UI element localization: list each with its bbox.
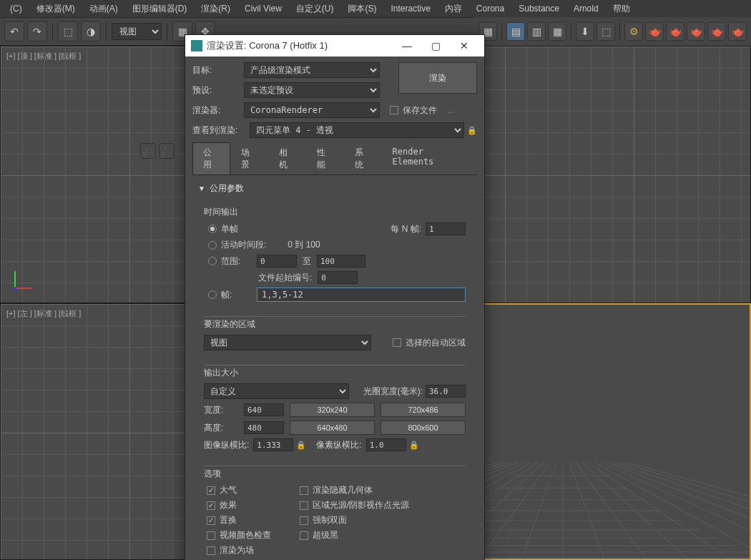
tool-icon[interactable]: ⬚ bbox=[597, 22, 615, 41]
maximize-button[interactable]: ▢ bbox=[421, 35, 450, 57]
option-checkbox[interactable] bbox=[207, 516, 215, 525]
menu-item[interactable]: 渲染(R) bbox=[194, 3, 237, 15]
lock-icon[interactable]: 🔒 bbox=[409, 440, 419, 450]
menu-item[interactable]: 内容 bbox=[438, 3, 469, 15]
save-file-checkbox[interactable] bbox=[390, 106, 398, 114]
camera-icon[interactable]: 🎥 bbox=[140, 143, 156, 159]
gear-icon[interactable]: ⚙ bbox=[624, 22, 643, 41]
axis-gizmo-icon bbox=[9, 265, 38, 294]
target-select[interactable]: 产品级渲染模式 bbox=[244, 62, 380, 78]
tool-icon[interactable]: ⬇ bbox=[576, 22, 594, 41]
range-from-input[interactable] bbox=[257, 255, 297, 267]
side-mini-toolbar: 🎥 🎥 bbox=[140, 143, 175, 159]
tab-scene[interactable]: 场景 bbox=[230, 142, 268, 175]
tab-common[interactable]: 公用 bbox=[192, 142, 230, 175]
lock-icon[interactable]: 🔒 bbox=[296, 440, 306, 450]
camera-icon[interactable]: 🎥 bbox=[159, 143, 175, 159]
menu-item[interactable]: 帮助 bbox=[606, 3, 637, 15]
tab-render-elements[interactable]: Render Elements bbox=[382, 142, 477, 175]
option-checkbox[interactable] bbox=[207, 546, 215, 555]
tool-icon[interactable]: ▦ bbox=[548, 22, 566, 41]
save-file-label: 保存文件 bbox=[403, 104, 437, 117]
menu-item[interactable]: Arnold bbox=[566, 4, 606, 14]
option-label: 强制双面 bbox=[313, 514, 347, 526]
option-label: 区域光源/阴影视作点光源 bbox=[313, 499, 409, 511]
undo-button[interactable]: ↶ bbox=[4, 21, 24, 41]
minimize-button[interactable]: — bbox=[393, 35, 421, 57]
area-select[interactable]: 视图 bbox=[204, 335, 371, 350]
view-to-render-select[interactable]: 四元菜单 4 - 透视 bbox=[250, 122, 464, 138]
output-custom-select[interactable]: 自定义 bbox=[204, 383, 349, 399]
option-checkbox[interactable] bbox=[300, 501, 308, 510]
height-input[interactable] bbox=[244, 421, 284, 434]
width-input[interactable] bbox=[244, 403, 284, 416]
tool-icon[interactable]: ▥ bbox=[527, 22, 546, 41]
renderer-select[interactable]: CoronaRenderer bbox=[244, 102, 380, 118]
preset-button[interactable]: 320x240 bbox=[290, 403, 375, 417]
radio-single-frame[interactable] bbox=[208, 225, 217, 233]
target-label: 目标: bbox=[192, 64, 244, 77]
radio-frames[interactable] bbox=[208, 290, 217, 299]
menu-item[interactable]: 自定义(U) bbox=[289, 3, 341, 15]
menu-item[interactable]: 修改器(M) bbox=[29, 3, 82, 15]
image-aspect-input[interactable] bbox=[253, 438, 293, 451]
menu-item[interactable]: (C) bbox=[3, 4, 29, 14]
render-button[interactable]: 渲染 bbox=[398, 62, 477, 94]
dialog-titlebar[interactable]: 渲染设置: Corona 7 (Hotfix 1) — ▢ ✕ bbox=[185, 35, 484, 57]
height-label: 高度: bbox=[204, 422, 238, 434]
teapot-icon[interactable]: 🫖 bbox=[645, 22, 664, 41]
option-checkbox[interactable] bbox=[207, 486, 215, 495]
aperture-input[interactable] bbox=[426, 385, 466, 398]
preset-button[interactable]: 800x600 bbox=[381, 421, 466, 435]
pixel-aspect-input[interactable] bbox=[366, 438, 406, 451]
preset-button[interactable]: 640x480 bbox=[290, 421, 375, 435]
every-n-label: 每 N 帧: bbox=[391, 223, 421, 235]
tool-icon[interactable]: ▤ bbox=[506, 22, 525, 41]
tab-perf[interactable]: 性能 bbox=[306, 142, 344, 175]
menu-item[interactable]: 图形编辑器(D) bbox=[125, 3, 195, 15]
teapot-icon[interactable]: 🫖 bbox=[707, 22, 726, 41]
menu-item[interactable]: 脚本(S) bbox=[340, 3, 383, 15]
image-aspect-label: 图像纵横比: bbox=[204, 439, 249, 451]
teapot-icon[interactable]: 🫖 bbox=[728, 22, 747, 41]
option-checkbox[interactable] bbox=[207, 501, 215, 510]
view-to-render-label: 查看到渲染: bbox=[192, 124, 250, 137]
auto-area-checkbox[interactable] bbox=[393, 338, 401, 347]
option-checkbox[interactable] bbox=[300, 486, 308, 495]
menu-item[interactable]: Interactive bbox=[383, 4, 437, 14]
every-n-input[interactable] bbox=[426, 222, 466, 235]
preset-select[interactable]: 未选定预设 bbox=[244, 82, 380, 98]
redo-button[interactable]: ↷ bbox=[27, 21, 47, 41]
file-start-input[interactable] bbox=[318, 271, 358, 284]
lock-icon[interactable]: 🔒 bbox=[467, 125, 477, 135]
active-range-text: 0 到 100 bbox=[288, 239, 320, 251]
tab-system[interactable]: 系统 bbox=[344, 142, 382, 175]
app-icon bbox=[191, 40, 202, 51]
menu-item[interactable]: Corona bbox=[469, 4, 511, 14]
option-checkbox[interactable] bbox=[207, 531, 215, 540]
menu-item[interactable]: Substance bbox=[511, 4, 566, 14]
link-button[interactable]: ⬚ bbox=[58, 21, 78, 41]
menu-item[interactable]: 动画(A) bbox=[82, 3, 125, 15]
svg-rect-2 bbox=[14, 287, 16, 290]
radio-label: 范围: bbox=[221, 255, 257, 267]
preset-button[interactable]: 720x486 bbox=[381, 403, 466, 417]
option-checkbox[interactable] bbox=[300, 516, 308, 525]
close-button[interactable]: ✕ bbox=[450, 35, 478, 57]
tab-camera[interactable]: 相机 bbox=[268, 142, 306, 175]
unlink-button[interactable]: ◑ bbox=[81, 21, 101, 41]
teapot-icon[interactable]: 🫖 bbox=[687, 22, 705, 41]
range-to-input[interactable] bbox=[317, 255, 365, 267]
right-toolbar: ▦ ▤ ▥ ▦ ⬇ ⬚ ⚙ 🫖 🫖 🫖 🫖 🫖 bbox=[474, 17, 751, 46]
teapot-icon[interactable]: 🫖 bbox=[666, 22, 684, 41]
radio-active-segment[interactable] bbox=[208, 241, 217, 250]
panel-header[interactable]: 公用参数 bbox=[198, 182, 471, 195]
option-checkbox[interactable] bbox=[300, 531, 308, 540]
render-setup-dialog: 渲染设置: Corona 7 (Hotfix 1) — ▢ ✕ 目标: 产品级渲… bbox=[185, 34, 485, 560]
option-label: 视频颜色检查 bbox=[220, 529, 271, 541]
dialog-title: 渲染设置: Corona 7 (Hotfix 1) bbox=[207, 39, 393, 52]
view-select[interactable]: 视图 bbox=[112, 23, 162, 40]
frames-input[interactable] bbox=[257, 288, 466, 302]
menu-item[interactable]: Civil View bbox=[237, 4, 289, 14]
radio-range[interactable] bbox=[208, 257, 217, 265]
